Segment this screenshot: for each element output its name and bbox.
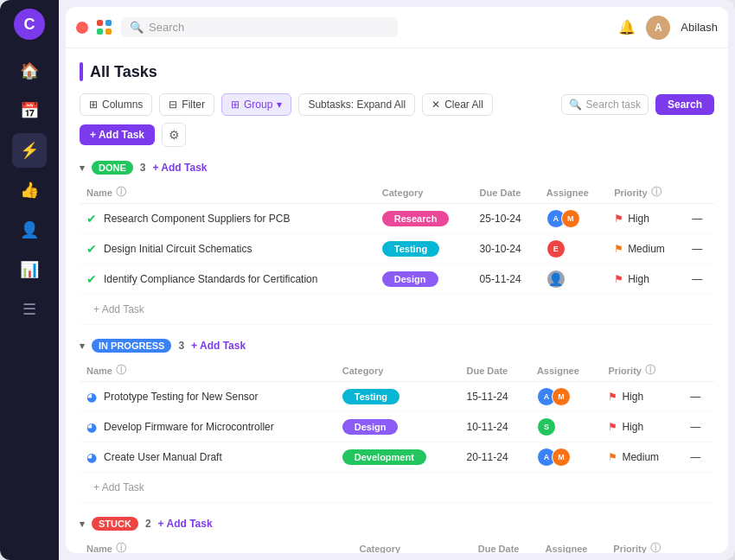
section-badge: STUCK: [92, 517, 138, 531]
task-actions-cell[interactable]: —: [683, 412, 714, 442]
table-row[interactable]: ✔ Design Initial Circuit Schematics Test…: [80, 234, 714, 264]
category-badge[interactable]: Development: [342, 449, 426, 465]
sidebar-item-user[interactable]: 👤: [12, 213, 47, 247]
task-category-cell: Design: [336, 412, 460, 442]
status-icon: ◕: [86, 450, 97, 464]
avatar: M: [552, 387, 571, 406]
filter-label: Filter: [182, 99, 205, 111]
close-button[interactable]: [76, 22, 88, 34]
notification-bell[interactable]: 🔔: [618, 19, 636, 35]
add-task-link[interactable]: + Add Task: [191, 340, 246, 352]
columns-button[interactable]: ⊞ Columns: [80, 93, 152, 116]
section-chevron[interactable]: ▾: [80, 340, 85, 352]
task-assignee-cell: 👤: [540, 264, 607, 295]
col-due-date: Due Date: [471, 538, 539, 553]
topbar-right: 🔔 A Abilash: [618, 16, 718, 40]
table-row[interactable]: ✔ Research Component Suppliers for PCB R…: [80, 204, 714, 234]
table-row[interactable]: ✔ Identify Compliance Standards for Cert…: [80, 264, 714, 295]
sidebar-item-analytics[interactable]: 📊: [12, 252, 47, 287]
section-header: ▾ IN PROGRESS 3 + Add Task: [80, 339, 714, 353]
category-badge[interactable]: Testing: [382, 241, 439, 257]
priority-flag-icon: ⚑: [614, 213, 623, 225]
settings-button[interactable]: ⚙: [162, 123, 186, 147]
global-search-bar[interactable]: 🔍 Search: [121, 17, 398, 37]
sidebar-item-menu[interactable]: ☰: [12, 292, 47, 327]
task-actions-cell[interactable]: —: [685, 204, 714, 234]
category-badge[interactable]: Design: [342, 419, 399, 435]
col-name: Name ⓘ: [80, 360, 336, 382]
sidebar-item-tasks[interactable]: ⚡: [12, 133, 47, 168]
task-name: Prototype Testing for New Sensor: [104, 391, 259, 403]
task-due-date-cell: 30-10-24: [473, 234, 540, 264]
task-actions-cell[interactable]: —: [683, 382, 714, 412]
info-icon: ⓘ: [116, 185, 126, 200]
task-table: Name ⓘ Category Due Date Assignee Priori…: [80, 360, 714, 503]
task-priority-cell: ⚑ High: [601, 412, 683, 442]
avatar: S: [537, 417, 556, 436]
grid-icon: [97, 20, 112, 35]
add-task-row-link[interactable]: + Add Task: [86, 478, 151, 497]
search-placeholder: Search: [149, 21, 184, 34]
clear-label: Clear All: [444, 99, 483, 111]
filter-button[interactable]: ⊟ Filter: [159, 93, 214, 116]
task-category-cell: Development: [336, 442, 460, 473]
task-actions-cell[interactable]: —: [685, 264, 714, 295]
avatar: E: [546, 239, 566, 258]
columns-label: Columns: [102, 99, 143, 111]
category-badge[interactable]: Research: [382, 211, 450, 226]
filter-icon: ⊟: [169, 99, 177, 111]
table-row[interactable]: ◕ Create User Manual Draft Development 2…: [80, 442, 714, 473]
priority-flag-icon: ⚑: [608, 391, 617, 403]
task-name-cell: ✔ Design Initial Circuit Schematics: [80, 234, 375, 264]
section-count: 3: [178, 340, 184, 352]
priority-label: Medium: [622, 451, 659, 463]
clear-button[interactable]: ✕ Clear All: [422, 93, 493, 116]
task-name: Research Component Suppliers for PCB: [104, 213, 290, 225]
category-badge[interactable]: Design: [382, 271, 438, 287]
subtasks-label: Subtasks: Expand All: [308, 99, 406, 111]
info-icon: ⓘ: [651, 185, 662, 200]
section-chevron[interactable]: ▾: [80, 162, 85, 174]
category-badge[interactable]: Testing: [342, 389, 399, 404]
search-button[interactable]: Search: [655, 94, 714, 115]
col-due-date: Due Date: [460, 360, 530, 382]
add-task-link[interactable]: + Add Task: [158, 518, 213, 530]
add-task-row-link[interactable]: + Add Task: [86, 300, 151, 319]
task-assignee-cell: AM: [540, 204, 607, 234]
task-search-bar[interactable]: 🔍 Search task: [561, 94, 649, 115]
add-task-link[interactable]: + Add Task: [152, 162, 207, 174]
sidebar-item-thumbs[interactable]: 👍: [12, 173, 47, 207]
priority-label: High: [622, 421, 643, 433]
task-name: Design Initial Circuit Schematics: [104, 243, 252, 255]
task-priority-cell: ⚑ Medium: [607, 234, 685, 264]
sidebar-item-calendar[interactable]: 📅: [12, 93, 47, 128]
columns-icon: ⊞: [89, 99, 98, 111]
section-count: 3: [140, 162, 146, 174]
status-icon: ✔: [86, 272, 97, 286]
sidebar-item-home[interactable]: 🏠: [12, 54, 47, 88]
task-actions-cell[interactable]: —: [683, 442, 714, 473]
avatar: M: [561, 209, 580, 228]
task-assignee-cell: E: [540, 234, 607, 264]
page-content: All Tasks ⊞ Columns ⊟ Filter ⊞ Group ▾ S…: [66, 48, 728, 553]
subtasks-button[interactable]: Subtasks: Expand All: [298, 93, 415, 116]
group-icon: ⊞: [231, 99, 240, 111]
group-button[interactable]: ⊞ Group ▾: [221, 93, 291, 116]
search-icon: 🔍: [130, 21, 144, 34]
section-badge: DONE: [92, 161, 133, 175]
add-task-button[interactable]: + Add Task: [80, 124, 155, 145]
task-category-cell: Design: [375, 264, 473, 295]
priority-flag-icon: ⚑: [614, 243, 623, 255]
table-row[interactable]: ◕ Prototype Testing for New Sensor Testi…: [80, 382, 714, 412]
col-due-date: Due Date: [473, 181, 540, 204]
status-icon: ✔: [86, 242, 97, 256]
task-assignee-cell: AM: [530, 442, 602, 473]
section-stuck: ▾ STUCK 2 + Add Task Name ⓘ Category Due…: [80, 517, 714, 553]
col-assignee: Assignee: [539, 538, 607, 553]
task-actions-cell[interactable]: —: [685, 234, 714, 264]
table-row[interactable]: ◕ Develop Firmware for Microcontroller D…: [80, 412, 714, 442]
task-due-date-cell: 25-10-24: [473, 204, 540, 234]
topbar: 🔍 Search 🔔 A Abilash: [66, 7, 728, 48]
task-table: Name ⓘ Category Due Date Assignee Priori…: [80, 181, 714, 325]
section-chevron[interactable]: ▾: [80, 519, 85, 530]
